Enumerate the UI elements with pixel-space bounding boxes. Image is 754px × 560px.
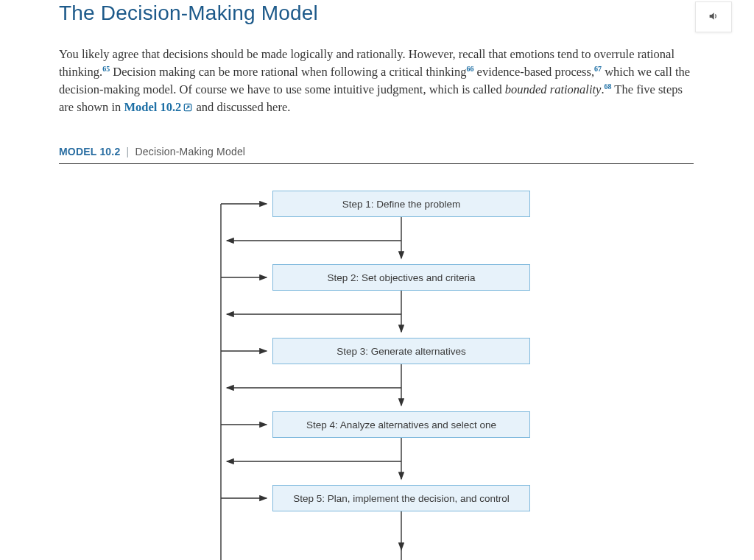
step-box-3: Step 3: Generate alternatives bbox=[272, 338, 530, 364]
para-text: You bbox=[59, 47, 79, 61]
step-box-5: Step 5: Plan, implement the decision, an… bbox=[272, 485, 530, 511]
page: The Decision-Making Model You likely agr… bbox=[0, 0, 754, 560]
decision-model-diagram: Step 1: Define the problem Step 2: Set o… bbox=[59, 183, 694, 560]
step-label: Step 1: Define the problem bbox=[342, 199, 461, 210]
term-bounded-rationality: bounded rationality bbox=[505, 82, 602, 96]
figure-title: Decision-Making Model bbox=[135, 146, 245, 157]
figure-separator: | bbox=[127, 146, 130, 157]
step-box-1: Step 1: Define the problem bbox=[272, 191, 530, 217]
step-label: Step 3: Generate alternatives bbox=[337, 346, 466, 357]
step-box-4: Step 4: Analyze alternatives and select … bbox=[272, 411, 530, 438]
page-title: The Decision-Making Model bbox=[59, 1, 694, 25]
content-column: The Decision-Making Model You likely agr… bbox=[59, 0, 694, 560]
figure-caption: MODEL 10.2 | Decision-Making Model bbox=[59, 146, 694, 157]
step-label: Step 5: Plan, implement the decision, an… bbox=[293, 493, 509, 504]
step-label: Step 2: Set objectives and criteria bbox=[327, 272, 475, 283]
step-label: Step 4: Analyze alternatives and select … bbox=[306, 419, 496, 430]
para-text: and discussed here. bbox=[193, 100, 290, 114]
intro-paragraph: You likely agree that decisions should b… bbox=[59, 46, 692, 118]
para-text: evidence-based process, bbox=[473, 65, 594, 79]
open-new-icon[interactable] bbox=[183, 100, 193, 118]
footnote-ref-66[interactable]: 66 bbox=[466, 65, 473, 73]
figure-label: MODEL 10.2 bbox=[59, 146, 120, 157]
footnote-ref-67[interactable]: 67 bbox=[594, 65, 602, 73]
model-link[interactable]: Model 10.2 bbox=[124, 100, 181, 114]
footnote-ref-68[interactable]: 68 bbox=[605, 82, 612, 91]
step-box-2: Step 2: Set objectives and criteria bbox=[272, 264, 530, 291]
figure-rule bbox=[59, 163, 694, 164]
audio-button[interactable] bbox=[695, 1, 732, 32]
para-text: Decision making can be more rational whe… bbox=[110, 65, 466, 79]
footnote-ref-65[interactable]: 65 bbox=[102, 65, 110, 73]
volume-icon bbox=[708, 10, 719, 24]
